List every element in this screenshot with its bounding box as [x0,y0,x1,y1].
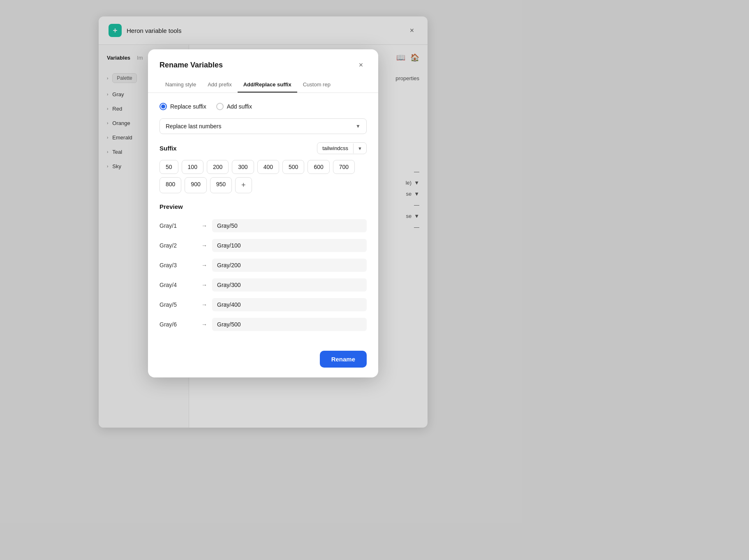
suffix-preset-arrow-icon: ▼ [353,143,366,153]
radio-replace-suffix[interactable]: Replace suffix [160,103,206,110]
preview-row: Gray/2 → Gray/100 [160,236,367,255]
modal-title: Rename Variables [160,61,223,69]
tab-naming-style[interactable]: Naming style [160,77,202,93]
tab-add-replace-suffix[interactable]: Add/Replace suffix [238,77,297,93]
chip-add-button[interactable]: + [235,177,252,193]
modal-tabs: Naming style Add prefix Add/Replace suff… [148,77,378,93]
preview-row: Gray/4 → Gray/300 [160,275,367,295]
chip-300[interactable]: 300 [232,160,254,174]
arrow-icon: → [201,222,207,229]
chip-900[interactable]: 900 [185,177,206,193]
chip-700[interactable]: 700 [333,160,355,174]
suffix-chips: 50 100 200 300 400 500 600 700 800 900 9… [160,160,367,193]
suffix-preset-dropdown[interactable]: tailwindcss ▼ [317,142,367,154]
arrow-icon: → [201,282,207,288]
preview-to: Gray/100 [212,239,367,252]
chip-500[interactable]: 500 [282,160,304,174]
preview-to: Gray/400 [212,298,367,311]
radio-add-suffix[interactable]: Add suffix [216,103,252,110]
preview-row: Gray/3 → Gray/200 [160,255,367,275]
suffix-header: Suffix tailwindcss ▼ [160,142,367,154]
preview-from: Gray/2 [160,242,196,249]
radio-add-suffix-label: Add suffix [227,103,252,110]
chip-200[interactable]: 200 [207,160,229,174]
preview-from: Gray/6 [160,321,196,328]
preview-from: Gray/4 [160,282,196,288]
arrow-icon: → [201,262,207,268]
suffix-label: Suffix [160,145,177,152]
dropdown-value: Replace last numbers [166,123,221,130]
preview-to: Gray/300 [212,278,367,292]
tab-custom-rep[interactable]: Custom rep [297,77,336,93]
preview-to: Gray/500 [212,318,367,331]
chip-600[interactable]: 600 [307,160,329,174]
arrow-icon: → [201,301,207,308]
preview-row: Gray/5 → Gray/400 [160,295,367,315]
chip-50[interactable]: 50 [160,160,178,174]
arrow-icon: → [201,242,207,249]
modal-footer: Rename [148,344,378,377]
arrow-icon: → [201,321,207,328]
radio-circle-unchecked [216,103,224,110]
preview-from: Gray/5 [160,301,196,308]
preview-row: Gray/1 → Gray/50 [160,216,367,236]
chip-800[interactable]: 800 [160,177,181,193]
rename-button[interactable]: Rename [320,351,367,368]
radio-replace-suffix-label: Replace suffix [170,103,206,110]
preview-row: Gray/6 → Gray/500 [160,315,367,334]
chip-400[interactable]: 400 [257,160,279,174]
radio-circle-checked [160,103,167,110]
tab-add-prefix[interactable]: Add prefix [202,77,238,93]
preview-label: Preview [160,203,367,210]
preview-from: Gray/1 [160,222,196,229]
preview-rows: Gray/1 → Gray/50 Gray/2 → Gray/100 Gray/… [160,216,367,334]
dropdown-arrow-icon: ▼ [356,123,361,129]
modal-header: Rename Variables × [148,49,378,77]
rename-variables-modal: Rename Variables × Naming style Add pref… [148,49,378,377]
preview-to: Gray/50 [212,219,367,232]
chip-950[interactable]: 950 [210,177,232,193]
chip-100[interactable]: 100 [182,160,203,174]
preview-from: Gray/3 [160,262,196,268]
modal-close-button[interactable]: × [355,59,367,71]
radio-row: Replace suffix Add suffix [160,103,367,110]
modal-body: Replace suffix Add suffix Replace last n… [148,93,378,344]
preview-to: Gray/200 [212,259,367,272]
suffix-preset-text: tailwindcss [317,143,353,154]
replace-mode-dropdown[interactable]: Replace last numbers ▼ [160,118,367,134]
